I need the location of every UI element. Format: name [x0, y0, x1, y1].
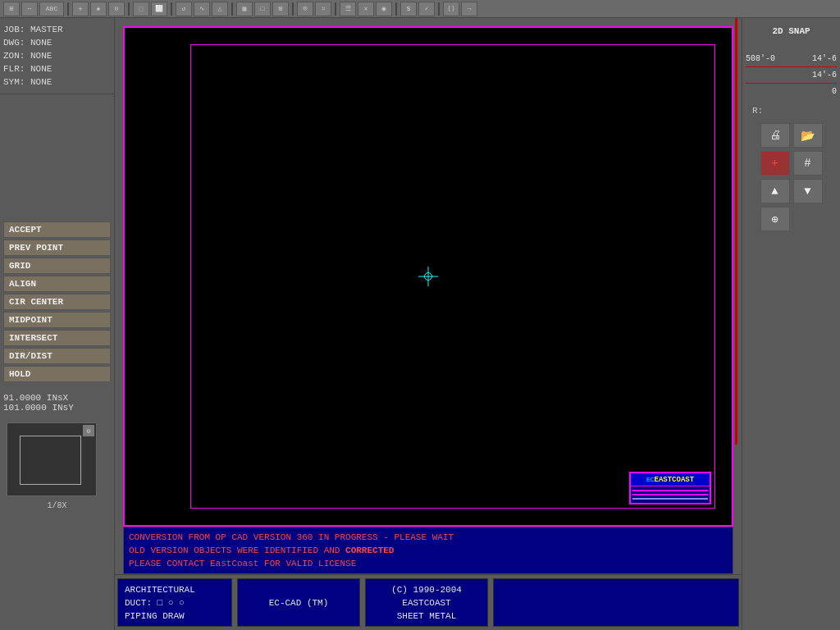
dim-value-1: 508'-0	[746, 54, 775, 63]
console-area: CONVERSION FROM OP CAD VERSION 360 IN PR…	[123, 527, 733, 574]
console-line-2: OLD VERSION OBJECTS WERE IDENTIFIED AND …	[129, 544, 728, 557]
red-bar	[735, 18, 737, 445]
logo-line-1	[632, 490, 708, 491]
snap-btn-accept[interactable]: ACCEPT	[3, 221, 111, 238]
toolbar-icon-grid1[interactable]: ▦	[236, 2, 253, 16]
arch-line2: DUCT: □ ○ ○	[125, 596, 225, 609]
console-line-3: PLEASE CONTACT EastCoast FOR VALID LICEN…	[129, 557, 728, 570]
toolbar-icon-snap[interactable]: ⊙	[108, 2, 125, 16]
crosshair-cursor	[418, 267, 438, 286]
dim-value-3: 14'-6	[812, 71, 837, 80]
toolbar-icon-1[interactable]: ⊞	[3, 2, 20, 16]
toolbar-icon-arr1[interactable]: ⟨⟩	[443, 2, 459, 16]
panel-eccad: EC-CAD (TM)	[237, 578, 360, 627]
toolbar-sep-5	[292, 2, 294, 16]
toolbar-icon-box1[interactable]: ⬚	[133, 2, 149, 16]
corrected-text: CORRECTED	[345, 546, 394, 555]
logo-block: EC EASTCOAST	[629, 472, 711, 504]
panel-copyright: (C) 1990-2004 EASTCOAST SHEET METAL	[365, 578, 488, 627]
r-label: R:	[752, 106, 763, 116]
arch-line3: PIPING DRAW	[125, 609, 225, 623]
toolbar-sep-7	[395, 2, 397, 16]
dim-value-2: 14'-6	[812, 54, 837, 63]
snap-btn-midpoint[interactable]: MIDPOINT	[3, 312, 111, 328]
toolbar-sep-6	[335, 2, 336, 16]
x-coordinate: 91.0000 INsX	[3, 393, 111, 403]
toolbar-icon-2[interactable]: ↔	[21, 2, 38, 16]
dwg-value: NONE	[30, 38, 52, 48]
tool-icon-hash[interactable]: #	[793, 151, 823, 176]
snap-btn-grid[interactable]: GRID	[3, 258, 111, 274]
sym-line: SYM: NONE	[3, 75, 111, 89]
copyright-line1: (C) 1990-2004	[391, 583, 462, 596]
toolbar-icon-lines[interactable]: ☰	[340, 2, 356, 16]
logo-lines	[631, 486, 710, 503]
dim-row-3: 0	[746, 87, 837, 96]
y-coordinate: 101.0000 INsY	[3, 403, 111, 413]
dwg-line: DWG: NONE	[3, 36, 111, 49]
snap-btn-hold[interactable]: HOLD	[3, 366, 111, 382]
toolbar-sep-4	[231, 2, 233, 16]
bottom-bar: ARCHITECTURAL DUCT: □ ○ ○ PIPING DRAW EC…	[115, 574, 742, 630]
snap-btn-prev-point[interactable]: PREV POINT	[3, 240, 111, 256]
dwg-label: DWG:	[3, 38, 25, 48]
snap-btn-cir-center[interactable]: CIR CENTER	[3, 294, 111, 310]
toolbar-icon-arr2[interactable]: →	[461, 2, 477, 16]
job-info: JOB: MASTER DWG: NONE ZON: NONE FLR: NON…	[0, 18, 114, 94]
tool-icon-plus-red[interactable]: +	[760, 151, 790, 176]
drawing-canvas[interactable]: EC EASTCOAST	[123, 26, 733, 527]
snap-2d-label: 2D SNAP	[772, 26, 810, 36]
dimension-readout: 508'-0 14'-6 14'-6 0	[746, 52, 837, 98]
toolbar-icon-wave[interactable]: ∿	[194, 2, 210, 16]
toolbar-icon-abc[interactable]: ABC	[39, 2, 64, 16]
toolbar-icon-xbox[interactable]: ⊠	[272, 2, 289, 16]
dim-row-2: 14'-6	[746, 71, 837, 80]
toolbar-icon-dollar[interactable]: $	[400, 2, 417, 16]
tool-icon-target[interactable]: ⊕	[760, 207, 790, 231]
dim-divider-2	[746, 83, 837, 84]
toolbar-icon-crosshair[interactable]: ✛	[72, 2, 89, 16]
toolbar-sep-1	[67, 2, 69, 16]
drawing-border	[190, 44, 715, 509]
main-layout: JOB: MASTER DWG: NONE ZON: NONE FLR: NON…	[0, 18, 840, 630]
tool-icon-up[interactable]: ▲	[760, 179, 790, 203]
dim-value-4: 0	[832, 87, 837, 96]
zon-label: ZON:	[3, 51, 25, 61]
job-value: MASTER	[30, 25, 63, 34]
snap-btn-intersect[interactable]: INTERSECT	[3, 330, 111, 346]
right-tool-grid: 🖨 📂 + # ▲ ▼ ⊕	[760, 122, 824, 232]
top-toolbar: ⊞ ↔ ABC ✛ ◈ ⊙ ⬚ ⬜ ↺ ∿ △ ▦ □ ⊠ ⌾ ⌗ ☰ ✕ ◉ …	[0, 0, 840, 18]
toolbar-icon-x[interactable]: ✕	[358, 2, 374, 16]
crosshair-circle	[424, 272, 432, 281]
minimap-rect	[20, 436, 81, 485]
toolbar-icon-circ[interactable]: ⌾	[297, 2, 313, 16]
sym-label: SYM:	[3, 77, 25, 87]
toolbar-icon-rotate[interactable]: ↺	[176, 2, 192, 16]
snap-btn-dirdist[interactable]: DIR/DIST	[3, 348, 111, 364]
coordinates: 91.0000 INsX 101.0000 INsY	[0, 390, 114, 416]
panel-empty	[493, 578, 739, 627]
center-area: EC EASTCOAST CONVERSION FROM OP CAD VERS…	[115, 18, 742, 630]
flr-line: FLR: NONE	[3, 62, 111, 75]
tool-icon-print[interactable]: 🖨	[760, 123, 790, 148]
toolbar-icon-dot[interactable]: ◉	[376, 2, 392, 16]
tool-icon-down[interactable]: ▼	[793, 179, 823, 203]
left-panel: JOB: MASTER DWG: NONE ZON: NONE FLR: NON…	[0, 18, 115, 630]
tool-icon-folder[interactable]: 📂	[793, 123, 823, 148]
zon-value: NONE	[30, 51, 52, 61]
snap-btn-align[interactable]: ALIGN	[3, 276, 111, 292]
toolbar-icon-eye[interactable]: ◈	[90, 2, 107, 16]
toolbar-icon-tri[interactable]: △	[212, 2, 228, 16]
copyright-line2: EASTCOAST	[402, 596, 450, 609]
minimap-settings-icon[interactable]: ⚙	[83, 425, 94, 436]
dim-row-1: 508'-0 14'-6	[746, 54, 837, 63]
toolbar-sep-2	[128, 2, 130, 16]
toolbar-icon-box2[interactable]: ⬜	[151, 2, 167, 16]
logo-eastcoast-text: EASTCOAST	[655, 476, 695, 484]
copyright-line3: SHEET METAL	[397, 609, 457, 623]
toolbar-icon-sq[interactable]: □	[254, 2, 271, 16]
zon-line: ZON: NONE	[3, 49, 111, 62]
toolbar-icon-check[interactable]: ✓	[418, 2, 435, 16]
toolbar-icon-hash[interactable]: ⌗	[315, 2, 331, 16]
toolbar-sep-8	[438, 2, 440, 16]
